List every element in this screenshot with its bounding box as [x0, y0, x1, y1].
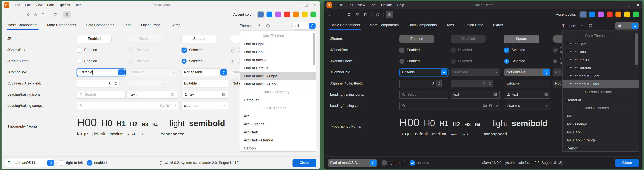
match-case-toggle[interactable]: Cc — [483, 104, 487, 108]
forward-button[interactable]: → — [12, 11, 19, 18]
themes-filter-combobox[interactable]: all — [615, 22, 639, 30]
theme-item[interactable]: FlatLaf Light — [562, 40, 639, 48]
radio-enabled[interactable] — [399, 59, 404, 64]
accent-swatch-yellow[interactable] — [302, 12, 308, 18]
checkbox-selected[interactable] — [504, 48, 509, 53]
radio-selected[interactable] — [504, 59, 509, 64]
menu-view[interactable]: View — [33, 2, 45, 8]
tab-option-pane[interactable]: Option Pane — [141, 22, 161, 30]
clear-me-field[interactable]: clear me× — [504, 102, 550, 110]
spinner[interactable]: 0 — [399, 80, 442, 87]
close-button[interactable]: Close — [615, 159, 639, 167]
match-case-toggle[interactable]: Cc — [160, 104, 164, 108]
combobox-not-editable[interactable]: Not editable — [504, 68, 550, 76]
menu-file[interactable]: File — [335, 2, 345, 8]
accent-swatch-orange[interactable] — [293, 12, 299, 18]
paste-button[interactable] — [362, 11, 369, 18]
clear-icon[interactable]: × — [223, 104, 225, 108]
menu-edit[interactable]: Edit — [22, 2, 33, 8]
spinner-value[interactable]: 0 — [399, 80, 436, 87]
textfield-editable[interactable]: Editable — [504, 80, 550, 87]
radio-enabled[interactable] — [77, 59, 82, 64]
tab-extras[interactable]: Extras — [492, 22, 503, 30]
theme-item[interactable]: FlatLaf IntelliJ — [240, 56, 316, 64]
theme-item[interactable]: FlatLaf Darcula — [240, 64, 316, 72]
github-link-button[interactable] — [588, 24, 593, 28]
accent-swatch-orange[interactable] — [616, 12, 621, 18]
tab-data-components[interactable]: Data Components — [408, 22, 437, 30]
github-link-button[interactable] — [266, 24, 270, 28]
menu-file[interactable]: File — [12, 2, 22, 8]
enabled-button[interactable]: Enabled — [399, 35, 434, 43]
spinner-arrows[interactable] — [113, 80, 119, 87]
themes-filter-combobox[interactable]: all — [292, 22, 316, 30]
combobox-arrow-button[interactable] — [118, 69, 125, 75]
theme-item[interactable]: FlatLaf IntelliJ — [562, 56, 639, 64]
clear-icon[interactable]: × — [546, 104, 548, 108]
combobox-updown-button[interactable] — [220, 69, 227, 76]
checkbox-selected[interactable] — [182, 48, 186, 53]
theme-item[interactable]: FlatLaf Dark — [240, 48, 316, 56]
theme-item[interactable]: Carbon — [240, 144, 316, 152]
forward-button[interactable]: → — [334, 11, 342, 18]
cut-button[interactable] — [24, 11, 31, 18]
combobox-arrow-button[interactable] — [440, 69, 447, 75]
tab-extras[interactable]: Extras — [170, 22, 181, 30]
spinner-value[interactable]: 0 — [77, 80, 113, 87]
spinner-arrows[interactable] — [436, 80, 442, 87]
theme-item[interactable]: Arc Dark - Orange — [562, 136, 639, 144]
regex-toggle[interactable]: .* — [174, 104, 176, 108]
search-with-options-field[interactable]: CcW.* — [399, 102, 501, 110]
theme-item[interactable]: Arc Dark — [562, 128, 639, 136]
theme-item[interactable]: DemoLaf — [562, 96, 639, 104]
paste-button[interactable] — [39, 11, 47, 18]
enabled-button[interactable]: Enabled — [77, 35, 112, 43]
right-to-left-checkbox[interactable] — [382, 160, 387, 165]
theme-item[interactable]: FlatLaf macOS Light — [562, 72, 639, 80]
minimize-button[interactable] — [293, 1, 302, 10]
menu-edit[interactable]: Edit — [345, 2, 356, 8]
theme-item[interactable]: FlatLaf Light — [240, 40, 316, 48]
whole-word-toggle[interactable]: W — [166, 104, 170, 108]
theme-item[interactable]: DemoLaf — [240, 96, 316, 104]
cut-button[interactable] — [346, 11, 354, 18]
search-field[interactable]: Search — [77, 91, 126, 99]
themes-list[interactable]: Core Themes FlatLaf Light FlatLaf Dark F… — [562, 31, 639, 152]
minimize-button[interactable] — [616, 1, 624, 10]
theme-item[interactable]: FlatLaf Darcula — [562, 64, 639, 72]
close-window-button[interactable]: ✕ — [311, 1, 320, 10]
accent-swatch-yellow[interactable] — [624, 12, 630, 18]
spinner[interactable]: 0 — [77, 80, 119, 87]
tab-more-components[interactable]: More Components — [369, 22, 399, 30]
menu-view[interactable]: View — [356, 2, 368, 8]
accent-swatch-default[interactable] — [580, 12, 586, 18]
enabled-checkbox[interactable] — [87, 160, 92, 165]
tab-basic-components[interactable]: Basic Components — [330, 22, 360, 30]
menu-font[interactable]: Font — [367, 2, 379, 8]
back-button[interactable]: ← — [4, 11, 11, 18]
square-button[interactable]: Square — [182, 35, 216, 43]
textfield-editable[interactable]: Editable — [182, 80, 228, 87]
close-button[interactable]: Close — [292, 159, 316, 167]
text-field-person[interactable]: text — [182, 91, 228, 99]
tab-tabs[interactable]: Tabs — [446, 22, 454, 30]
text-field-calendar[interactable]: text — [451, 91, 500, 99]
menu-options[interactable]: Options — [56, 2, 72, 8]
maximize-button[interactable] — [624, 1, 634, 10]
laf-updown-button[interactable] — [370, 160, 376, 166]
laf-combobox[interactable]: FlatLaf macOS D... — [328, 159, 377, 167]
accent-swatch-red[interactable] — [284, 12, 290, 18]
theme-item[interactable]: FlatLaf Dark — [562, 48, 639, 56]
laf-updown-button[interactable] — [47, 160, 54, 166]
whole-word-toggle[interactable]: W — [489, 104, 492, 108]
close-window-button[interactable]: ✕ — [634, 1, 642, 10]
search-field[interactable]: Search — [399, 91, 448, 99]
accent-swatch-purple[interactable] — [598, 12, 604, 18]
combobox-editable[interactable]: Editable — [77, 68, 126, 76]
theme-item[interactable]: Arc - Orange — [562, 120, 639, 128]
theme-item[interactable]: FlatLaf macOS Dark — [240, 80, 316, 88]
laf-combobox[interactable]: FlatLaf macOS Li... — [5, 159, 55, 167]
copy-button[interactable] — [32, 11, 39, 18]
copy-button[interactable] — [354, 11, 362, 18]
accent-swatch-default[interactable] — [258, 12, 264, 18]
